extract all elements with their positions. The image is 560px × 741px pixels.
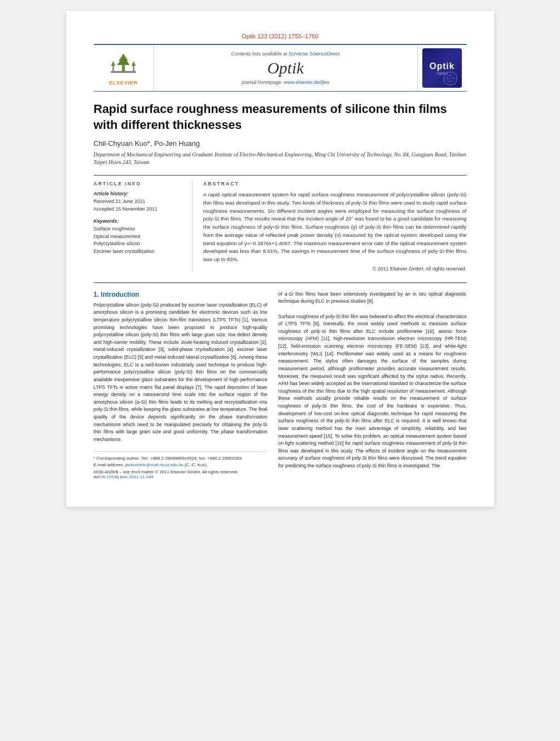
footnote-text: * Corresponding author. Tel.: +886 2 290… (94, 455, 268, 468)
abstract-text: A rapid optical measurement system for r… (203, 191, 467, 263)
authors: Chil-Chyuan Kuo*, Po-Jen Huang (94, 139, 467, 148)
elsevier-logo: ELSEVIER (107, 51, 140, 86)
elsevier-text: ELSEVIER (109, 80, 138, 86)
email-label: E-mail address: (94, 462, 125, 467)
email-suffix: (C.-C. Kuo). (184, 462, 208, 467)
article-history-label: Article history: (94, 191, 184, 196)
body-text-left: Polycrystalline silicon (poly-Si) produc… (94, 302, 268, 444)
sciverse-link[interactable]: SciVerse ScienceDirect (289, 51, 340, 56)
copyright-line: © 2011 Elsevier GmbH. All rights reserve… (203, 266, 467, 271)
affiliation: Department of Mechanical Engineering and… (94, 151, 467, 166)
keywords-list: Surface roughness Optical measurement Po… (94, 225, 184, 255)
info-abstract-section: ARTICLE INFO Article history: Received 2… (94, 175, 467, 271)
optik-badge: Optik Optics (422, 48, 462, 88)
journal-name: Optik (267, 59, 304, 77)
optik-lens-icon (440, 70, 461, 87)
journal-header: ELSEVIER Contents lists available at Sci… (94, 44, 467, 92)
footnote-section: * Corresponding author. Tel.: +886 2 290… (94, 451, 268, 479)
elsevier-tree-icon (107, 51, 140, 78)
journal-reference: Optik 123 (2012) 1755–1760 (94, 33, 467, 39)
journal-center-info: Contents lists available at SciVerse Sci… (154, 45, 417, 91)
svg-rect-4 (112, 66, 114, 72)
body-col-left: 1. Introduction Polycrystalline silicon … (94, 291, 268, 479)
svg-rect-1 (122, 65, 125, 72)
svg-marker-5 (111, 61, 115, 66)
elsevier-logo-area: ELSEVIER (94, 45, 154, 91)
abstract-heading: ABSTRACT (203, 181, 467, 186)
keywords-label: Keywords: (94, 218, 184, 224)
email-link[interactable]: jacksonmk@mail.mcut.edu.tw (125, 462, 183, 467)
journal-homepage: journal homepage: www.elsevier.de/ijleo (241, 80, 329, 85)
body-col-right: of a-Si thin films have been extensively… (278, 291, 466, 479)
doi-line: 0030-4026/$ – see front matter © 2011 El… (94, 470, 268, 479)
body-section: 1. Introduction Polycrystalline silicon … (94, 282, 467, 479)
svg-rect-6 (133, 66, 134, 72)
article-received: Received 21 June 2011 Accepted 15 Novemb… (94, 198, 184, 213)
homepage-url[interactable]: www.elsevier.de/ijleo (284, 80, 330, 85)
abstract-section: ABSTRACT A rapid optical measurement sys… (203, 181, 467, 271)
sciverse-line: Contents lists available at SciVerse Sci… (231, 51, 340, 56)
optik-badge-title: Optik (429, 61, 455, 71)
optik-logo-area: Optik Optics (417, 45, 467, 91)
section1-heading: 1. Introduction (94, 291, 268, 298)
article-info-heading: ARTICLE INFO (94, 181, 184, 186)
article-info: ARTICLE INFO Article history: Received 2… (94, 181, 193, 271)
body-text-right: of a-Si thin films have been extensively… (278, 291, 466, 470)
article-title: Rapid surface roughness measurements of … (94, 101, 467, 133)
svg-marker-7 (132, 61, 136, 66)
article-page: Optik 123 (2012) 1755–1760 (66, 11, 494, 507)
doi-link[interactable]: 10.1016/j.ijleo.2011.11.048 (100, 474, 153, 479)
